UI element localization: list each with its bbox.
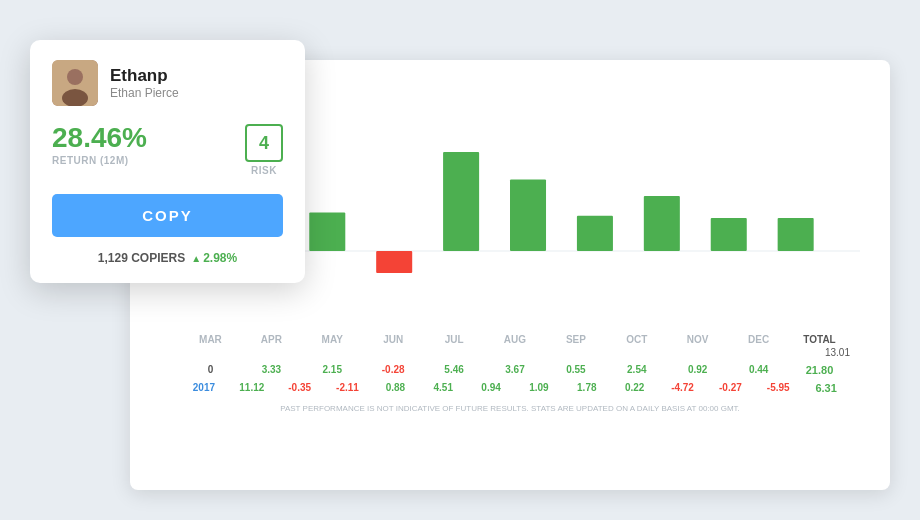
cell-2018-apr: 3.33	[241, 364, 302, 376]
cell-2018-mar: 0	[180, 364, 241, 376]
profile-names: Ethanp Ethan Pierce	[110, 66, 179, 100]
profile-card: Ethanp Ethan Pierce 28.46% RETURN (12M) …	[30, 40, 305, 283]
total-13: 13.01	[160, 347, 860, 358]
month-aug: AUG	[485, 334, 546, 345]
svg-rect-4	[376, 251, 412, 273]
username: Ethanp	[110, 66, 179, 86]
cell-2017-may: -0.35	[276, 382, 324, 394]
svg-rect-5	[443, 152, 479, 251]
cell-2017-oct: 1.09	[515, 382, 563, 394]
cell-2018-total: 21.80	[789, 364, 850, 376]
cell-2017-dec-c: -5.95	[754, 382, 802, 394]
cell-2018-jun: -0.28	[363, 364, 424, 376]
svg-rect-6	[510, 180, 546, 252]
avatar-image	[52, 60, 98, 106]
month-sep: SEP	[545, 334, 606, 345]
cell-2017-aug: 4.51	[419, 382, 467, 394]
month-oct: OCT	[606, 334, 667, 345]
risk-label: RISK	[245, 165, 283, 176]
row-2018: 0 3.33 2.15 -0.28 5.46 3.67 0.55 2.54 0.…	[180, 364, 850, 376]
month-dec: DEC	[728, 334, 789, 345]
gain-pct: 2.98%	[203, 251, 237, 265]
risk-section: 4 RISK	[245, 124, 283, 176]
cell-2018-oct: 2.54	[606, 364, 667, 376]
cell-2018-dec: 0.44	[728, 364, 789, 376]
month-jul: JUL	[424, 334, 485, 345]
cell-2017-nov: 1.78	[563, 382, 611, 394]
cell-2018-sep: 0.55	[545, 364, 606, 376]
avatar	[52, 60, 98, 106]
scene: PERFORMANCE	[30, 30, 890, 490]
row-2017: 2017 11.12 -0.35 -2.11 0.88 4.51 0.94 1.…	[180, 382, 850, 394]
cell-2017-dec-b: -4.72	[659, 382, 707, 394]
svg-rect-8	[644, 196, 680, 251]
cell-2017-jul: 0.88	[371, 382, 419, 394]
svg-point-12	[67, 69, 83, 85]
fullname: Ethan Pierce	[110, 86, 179, 100]
stats-row: 28.46% RETURN (12M) 4 RISK	[52, 124, 283, 176]
cell-2017-sep: 0.94	[467, 382, 515, 394]
month-total: TOTAL	[789, 334, 850, 345]
data-rows: 0 3.33 2.15 -0.28 5.46 3.67 0.55 2.54 0.…	[160, 364, 860, 394]
cell-2018-jul: 5.46	[424, 364, 485, 376]
arrow-up-icon: ▲	[191, 253, 201, 264]
month-nov: NOV	[667, 334, 728, 345]
cell-2018-may: 2.15	[302, 364, 363, 376]
month-jun: JUN	[363, 334, 424, 345]
return-label: RETURN (12M)	[52, 155, 147, 166]
cell-2018-aug: 3.67	[485, 364, 546, 376]
copiers-count: 1,129 COPIERS	[98, 251, 185, 265]
cell-2017-dec-a: 0.22	[611, 382, 659, 394]
cell-2018-nov: 0.92	[667, 364, 728, 376]
cell-2017-nov-b: -0.27	[706, 382, 754, 394]
cell-year-2017: 2017	[180, 382, 228, 394]
cell-2017-total: 6.31	[802, 382, 850, 394]
return-section: 28.46% RETURN (12M)	[52, 124, 147, 166]
copy-button[interactable]: COPY	[52, 194, 283, 237]
cell-2017-apr: 11.12	[228, 382, 276, 394]
cell-2017-jun: -2.11	[324, 382, 372, 394]
avatar-svg	[52, 60, 98, 106]
svg-rect-9	[711, 218, 747, 251]
risk-box: 4	[245, 124, 283, 162]
svg-rect-3	[309, 213, 345, 252]
disclaimer: PAST PERFORMANCE IS NOT INDICATIVE OF FU…	[160, 404, 860, 413]
profile-header: Ethanp Ethan Pierce	[52, 60, 283, 106]
month-apr: APR	[241, 334, 302, 345]
copiers-row: 1,129 COPIERS ▲ 2.98%	[52, 251, 283, 265]
month-labels: MAR APR MAY JUN JUL AUG SEP OCT NOV DEC …	[160, 334, 860, 345]
return-value: 28.46%	[52, 124, 147, 152]
svg-rect-10	[778, 218, 814, 251]
svg-rect-7	[577, 216, 613, 251]
month-may: MAY	[302, 334, 363, 345]
month-mar: MAR	[180, 334, 241, 345]
